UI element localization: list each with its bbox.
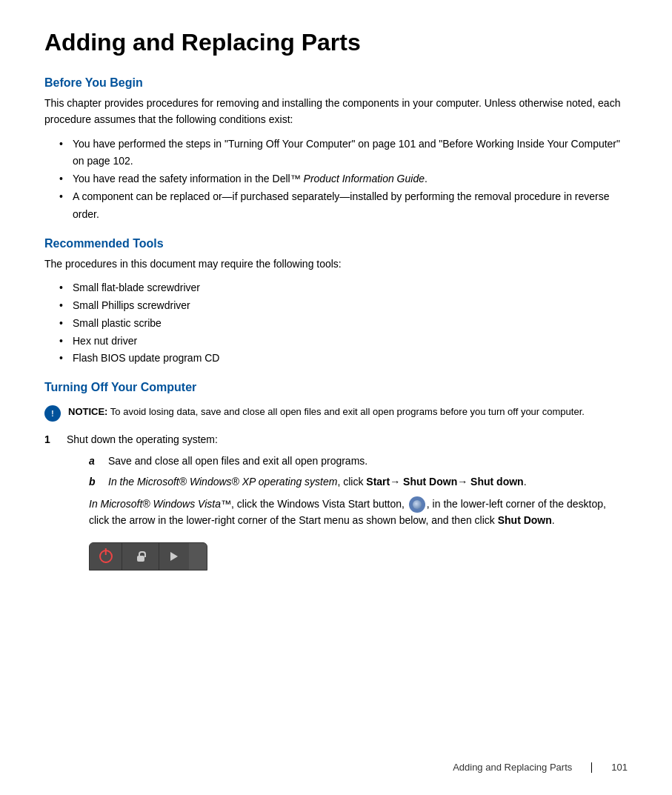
footer-divider bbox=[591, 762, 592, 773]
section-heading-before-you-begin: Before You Begin bbox=[44, 76, 628, 90]
vista-arrow-button bbox=[159, 542, 189, 571]
page-footer: Adding and Replacing Parts 101 bbox=[453, 762, 628, 773]
section-heading-turning-off: Turning Off Your Computer bbox=[44, 381, 628, 394]
step-1: 1 Shut down the operating system: a Save… bbox=[44, 432, 628, 576]
footer-text: Adding and Replacing Parts bbox=[453, 762, 572, 773]
arrow-icon bbox=[170, 552, 178, 561]
tools-list: Small flat-blade screwdriver Small Phill… bbox=[59, 279, 628, 367]
sub-label-a: a bbox=[89, 453, 101, 469]
svg-text:!: ! bbox=[51, 410, 53, 418]
windows-vista-button bbox=[409, 496, 425, 513]
lock-icon bbox=[136, 551, 146, 562]
list-item: You have performed the steps in "Turning… bbox=[59, 136, 628, 171]
notice-text: NOTICE: To avoid losing data, save and c… bbox=[68, 405, 585, 419]
page-number: 101 bbox=[611, 762, 628, 773]
vista-lock-button bbox=[122, 542, 159, 571]
notice-icon: ! bbox=[44, 405, 61, 422]
list-item: A component can be replaced or—if purcha… bbox=[59, 188, 628, 224]
before-you-begin-intro: This chapter provides procedures for rem… bbox=[44, 96, 628, 127]
sub-steps-list: a Save and close all open files and exit… bbox=[89, 453, 628, 490]
list-item: Flash BIOS update program CD bbox=[59, 350, 628, 367]
list-item: You have read the safety information in … bbox=[59, 170, 628, 188]
vista-power-button bbox=[90, 542, 122, 571]
steps-list: 1 Shut down the operating system: a Save… bbox=[44, 432, 628, 576]
list-item: Small flat-blade screwdriver bbox=[59, 279, 628, 297]
step-content: Shut down the operating system: a Save a… bbox=[67, 432, 628, 576]
sub-step-a: a Save and close all open files and exit… bbox=[89, 453, 628, 469]
step-number: 1 bbox=[44, 432, 59, 576]
list-item: Small plastic scribe bbox=[59, 315, 628, 333]
page-title: Adding and Replacing Parts bbox=[44, 30, 628, 56]
list-item: Hex nut driver bbox=[59, 333, 628, 350]
recommended-tools-intro: The procedures in this document may requ… bbox=[44, 256, 628, 273]
before-you-begin-list: You have performed the steps in "Turning… bbox=[59, 136, 628, 224]
sub-label-b: b bbox=[89, 473, 101, 490]
step-1c-text: In Microsoft® Windows Vista™, click the … bbox=[89, 496, 628, 529]
sub-step-b: b In the Microsoft® Windows® XP operatin… bbox=[89, 473, 628, 490]
vista-start-bar-image bbox=[89, 542, 207, 571]
notice-box: ! NOTICE: To avoid losing data, save and… bbox=[44, 405, 628, 422]
section-heading-recommended-tools: Recommended Tools bbox=[44, 237, 628, 250]
list-item: Small Phillips screwdriver bbox=[59, 297, 628, 315]
power-icon bbox=[99, 550, 113, 563]
